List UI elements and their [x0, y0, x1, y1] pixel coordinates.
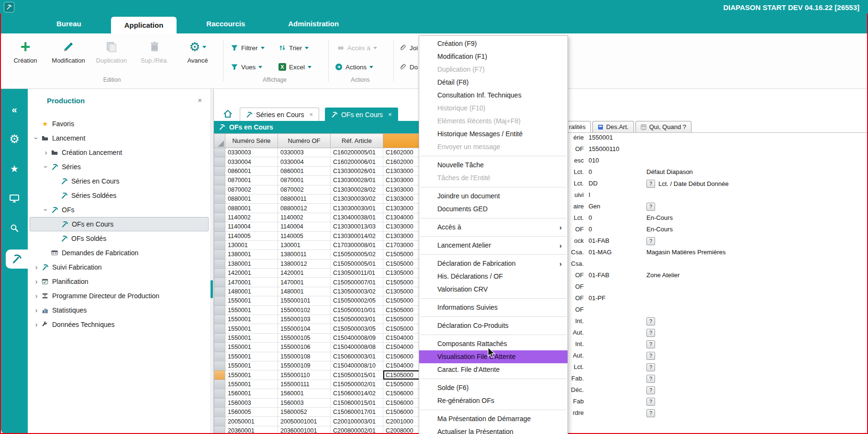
joindre-button[interactable]: Joi	[399, 42, 418, 54]
grid-cell[interactable]: 08800012	[278, 204, 331, 213]
grid-cell[interactable]: 130001	[278, 240, 331, 250]
grid-cell[interactable]: C130300030/01	[331, 204, 383, 213]
grid-cell[interactable]: 1550001	[225, 324, 278, 333]
menu-item-creation-f9[interactable]: Création (F9)	[419, 37, 568, 50]
row-selector[interactable]	[214, 269, 225, 278]
grid-cell[interactable]: 1550001	[225, 380, 278, 389]
grid-cell[interactable]: C150500010/01	[331, 305, 383, 315]
tree-item-series[interactable]: ›Séries	[30, 160, 209, 174]
grid-cell[interactable]: C150500003/05	[331, 324, 383, 333]
grid-cell[interactable]: 1550001	[225, 333, 278, 342]
grid-cell[interactable]: C150500003/01	[331, 315, 383, 324]
grid-cell[interactable]: 1560005	[225, 407, 278, 416]
tree-item-planification[interactable]: ›Planification	[30, 274, 209, 289]
help-button[interactable]: ?	[646, 375, 655, 383]
help-button[interactable]: ?	[646, 237, 655, 245]
grid-cell[interactable]: 155000106	[278, 343, 331, 352]
grid-cell[interactable]: 1420001	[225, 269, 278, 278]
grid-cell[interactable]: 0330003	[278, 148, 331, 157]
grid-cell[interactable]: C150400008/08	[331, 343, 383, 352]
help-button[interactable]: ?	[646, 317, 655, 326]
row-selector[interactable]	[214, 343, 225, 352]
row-selector[interactable]	[214, 148, 225, 157]
grid-cell[interactable]: C130300026/01	[331, 166, 383, 175]
grid-cell[interactable]: C150600015/01	[331, 398, 383, 407]
menu-item-joindre-un-document[interactable]: Joindre un document	[419, 190, 568, 203]
grid-cell[interactable]: 1380001	[225, 259, 278, 268]
detail-tab-des-art[interactable]: Des.Art.	[592, 121, 634, 132]
grid-cell[interactable]: 130001	[225, 240, 278, 250]
grid-cell[interactable]: 13800011	[278, 250, 331, 259]
filtrer-button[interactable]: Filtrer	[231, 42, 265, 54]
tab-series-en-cours[interactable]: Séries en Cours ×	[240, 108, 319, 121]
grid-cell[interactable]: 0330004	[278, 157, 331, 166]
grid-cell[interactable]: 1380001	[225, 250, 278, 259]
row-selector[interactable]	[214, 315, 225, 324]
tree-item-series-soldees[interactable]: Séries Soldées	[30, 188, 209, 203]
menu-item-caract-file-d-attente[interactable]: Caract. File d'Attente	[419, 363, 568, 376]
grid-cell[interactable]: C150400008/10	[331, 361, 383, 370]
tree-item-favoris[interactable]: ★Favoris	[30, 117, 209, 131]
grid-cell[interactable]: 1480001	[225, 287, 278, 296]
grid-cell[interactable]: C130300014/02	[331, 231, 383, 240]
grid-cell[interactable]: 155000108	[278, 352, 331, 361]
tree-item-creation-lancement[interactable]: ›Création Lancement	[30, 145, 209, 160]
menu-item-detail-f8[interactable]: Détail (F8)	[419, 76, 568, 89]
grid-cell[interactable]: C150600017/01	[331, 407, 383, 416]
grid-cell[interactable]: 1550001	[225, 296, 278, 305]
row-selector[interactable]	[214, 287, 225, 296]
tree-item-programme-directeur-de-production[interactable]: ›Programme Directeur de Production	[30, 289, 209, 303]
grid-cell[interactable]: 15600052	[278, 407, 331, 416]
menu-item-declaration-co-produits[interactable]: Déclaration Co-Produits	[419, 319, 568, 332]
tree-item-lancement[interactable]: ›Lancement	[30, 131, 209, 145]
grid-cell[interactable]: C150500015/01	[331, 370, 383, 380]
help-button[interactable]: ?	[646, 363, 655, 371]
grid-cell[interactable]: C130400038/01	[331, 213, 383, 222]
grid-cell[interactable]: C170300008/01	[331, 240, 383, 250]
grid-cell[interactable]: C150500007/01	[331, 278, 383, 287]
grid-cell[interactable]: C150500005/01	[331, 259, 383, 268]
grid-cell[interactable]: 155000110	[278, 370, 331, 380]
settings-gear-icon[interactable]: ⚙	[9, 131, 20, 147]
menu-tab-administration[interactable]: Administration	[275, 14, 352, 33]
row-selector[interactable]	[214, 389, 225, 398]
grid-cell[interactable]: 155000101	[278, 296, 331, 305]
chevron-right-icon[interactable]: ›	[33, 263, 40, 271]
close-tab-icon[interactable]: ×	[309, 111, 313, 118]
grid-cell[interactable]: C150600014/02	[331, 389, 383, 398]
grid-cell[interactable]: C130300030/02	[331, 194, 383, 203]
row-selector[interactable]	[214, 361, 225, 370]
grid-cell[interactable]: 1560001	[278, 389, 331, 398]
trier-button[interactable]: Trier	[278, 42, 309, 54]
tree-item-ofs[interactable]: ›OFs	[30, 203, 209, 217]
grid-cell[interactable]: 1140004	[225, 222, 278, 231]
menu-item-nouvelle-tache[interactable]: Nouvelle Tâche	[419, 159, 568, 172]
grid-cell[interactable]: 1140002	[225, 213, 278, 222]
column-header-numero-of[interactable]: Numéro OF	[278, 134, 331, 148]
detail-tab-qui-quand[interactable]: Qui, Quand ?	[635, 121, 691, 132]
menu-item-informations-suivies[interactable]: Informations Suivies	[419, 301, 568, 314]
grid-cell[interactable]: C130300028/01	[331, 176, 383, 185]
grid-cell[interactable]: 0870001	[278, 176, 331, 185]
collapse-panel-icon[interactable]: «	[11, 101, 17, 118]
grid-cell[interactable]: 155000105	[278, 333, 331, 342]
grid-cell[interactable]: C130500011/01	[331, 269, 383, 278]
row-selector[interactable]	[214, 296, 225, 305]
column-header-ref-article[interactable]: Réf. Article	[331, 134, 383, 148]
menu-item-historique-messages-entite[interactable]: Historique Messages / Entité	[419, 128, 568, 141]
menu-item-re-generation-ofs[interactable]: Re-génération OFs	[419, 394, 568, 407]
row-selector[interactable]	[214, 213, 225, 222]
chevron-right-icon[interactable]: ›	[33, 321, 40, 328]
grid-cell[interactable]: 155000102	[278, 305, 331, 315]
grid-cell[interactable]: 1140005	[225, 231, 278, 240]
help-button[interactable]: ?	[646, 180, 655, 188]
row-selector[interactable]	[214, 417, 225, 426]
help-button[interactable]: ?	[646, 386, 655, 394]
grid-cell[interactable]: 1550001	[225, 305, 278, 315]
grid-cell[interactable]: C150500005/02	[331, 250, 383, 259]
menu-item-modification-f1[interactable]: Modification (F1)	[419, 50, 568, 63]
grid-cell[interactable]: 1470001	[278, 278, 331, 287]
grid-cell[interactable]: 1550001	[225, 343, 278, 352]
chevron-right-icon[interactable]: ›	[33, 306, 40, 314]
creation-button[interactable]: + Création	[4, 37, 47, 64]
